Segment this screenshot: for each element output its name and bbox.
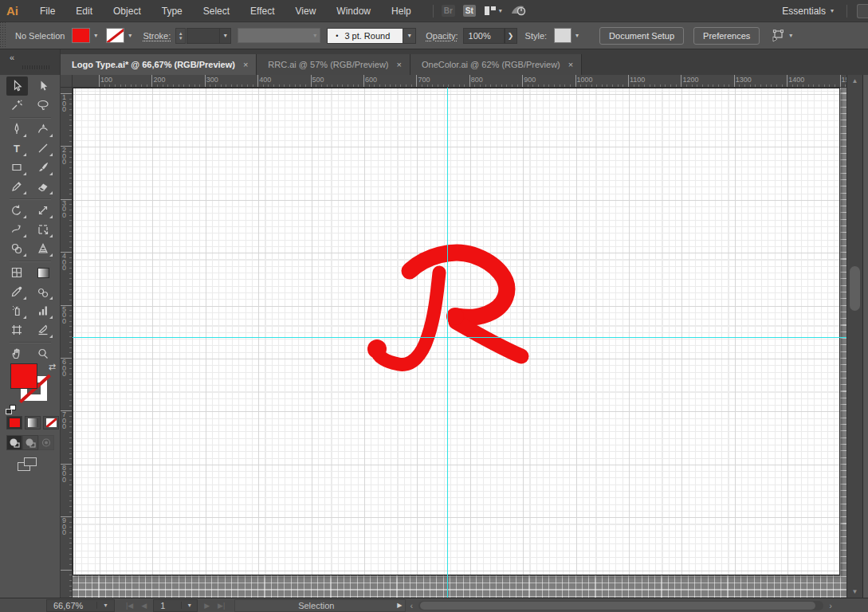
horizontal-scroll-thumb[interactable]	[420, 602, 815, 610]
style-dropdown[interactable]: ▾	[554, 28, 583, 43]
blend-tool[interactable]	[33, 282, 54, 301]
document-viewport[interactable]	[73, 88, 847, 598]
scroll-right-icon[interactable]: ›	[825, 601, 836, 610]
menu-object[interactable]: Object	[103, 6, 151, 17]
line-tool[interactable]	[33, 139, 54, 158]
selection-tool[interactable]	[6, 76, 28, 96]
menu-help[interactable]: Help	[381, 6, 422, 17]
right-dock-edge[interactable]	[862, 75, 868, 598]
panel-grip[interactable]	[0, 22, 6, 49]
workspace-switcher[interactable]: Essentials ▾	[782, 6, 839, 17]
zoom-level-dropdown[interactable]: 66,67% ▾	[46, 599, 115, 612]
hand-tool[interactable]	[6, 344, 28, 363]
scale-tool[interactable]	[33, 201, 54, 220]
collapse-panel-icon[interactable]: «	[10, 53, 13, 62]
perspective-grid-tool[interactable]	[33, 239, 54, 258]
next-artboard-button[interactable]: ▶	[201, 602, 213, 610]
pencil-tool[interactable]	[6, 177, 28, 196]
gradient-button[interactable]	[25, 416, 41, 430]
opacity-expand-arrow[interactable]: ❯	[505, 28, 517, 44]
pen-tool[interactable]	[6, 120, 28, 139]
vertical-guide[interactable]	[447, 88, 448, 598]
menu-edit[interactable]: Edit	[65, 6, 103, 17]
document-tab-2[interactable]: OneColor.ai @ 62% (RGB/Preview)×	[410, 54, 582, 75]
vertical-scroll-thumb[interactable]	[850, 266, 860, 311]
menu-view[interactable]: View	[285, 6, 327, 17]
brush-definition-field[interactable]: • 3 pt. Round	[327, 28, 403, 44]
stroke-weight-stepper[interactable]: ▲▼	[175, 28, 186, 44]
swap-fill-stroke-icon[interactable]: ⇄	[49, 362, 56, 372]
draw-behind-button[interactable]	[22, 435, 38, 450]
mesh-tool[interactable]	[6, 263, 28, 282]
fill-color-swatch[interactable]	[10, 363, 37, 389]
horizontal-scrollbar[interactable]: ‹ ›	[406, 598, 836, 612]
share-for-review-button[interactable]	[510, 3, 526, 19]
v-ruler-label: 5 0 0	[62, 307, 66, 325]
last-artboard-button[interactable]: ▶|	[214, 602, 228, 610]
default-fill-stroke-icon[interactable]	[6, 405, 16, 414]
opacity-label[interactable]: Opacity:	[426, 31, 458, 41]
free-transform-tool[interactable]	[33, 220, 54, 239]
scroll-up-icon[interactable]: ▲	[847, 77, 862, 84]
zoom-tool[interactable]	[33, 344, 54, 363]
preferences-button[interactable]: Preferences	[693, 27, 760, 45]
opacity-field[interactable]: 100%	[463, 28, 505, 44]
panel-drag-grip[interactable]	[22, 65, 49, 69]
tab-close-icon[interactable]: ×	[568, 60, 573, 69]
tab-close-icon[interactable]: ×	[243, 60, 248, 69]
stroke-color-dropdown[interactable]: ▾	[106, 28, 136, 43]
draw-normal-button[interactable]	[6, 435, 22, 450]
first-artboard-button[interactable]: |◀	[123, 602, 136, 610]
vertical-scrollbar[interactable]: ▲ ▼	[846, 75, 862, 598]
tab-close-icon[interactable]: ×	[397, 60, 402, 69]
type-tool[interactable]: T	[6, 139, 28, 158]
document-tab-0[interactable]: Logo Type.ai* @ 66,67% (RGB/Preview)×	[61, 54, 257, 75]
none-button[interactable]	[43, 416, 59, 430]
artboard-navigation-dropdown[interactable]: 1 ▾	[153, 599, 198, 612]
stock-button[interactable]: St	[463, 5, 476, 17]
column-graph-tool[interactable]	[33, 301, 54, 320]
ruler-origin-corner[interactable]	[61, 75, 73, 88]
previous-artboard-button[interactable]: ◀	[138, 602, 150, 610]
slice-tool[interactable]	[33, 320, 54, 339]
vertical-ruler[interactable]: 1 0 02 0 03 0 04 0 05 0 06 0 07 0 08 0 0…	[61, 88, 73, 598]
draw-inside-button[interactable]	[38, 435, 54, 450]
fill-color-dropdown[interactable]: ▾	[72, 28, 101, 43]
screen-mode-button[interactable]	[18, 457, 37, 471]
search-icon[interactable]	[857, 4, 868, 18]
align-options-button[interactable]: ▾	[771, 29, 792, 42]
gradient-tool[interactable]	[33, 263, 54, 282]
brush-dropdown-chevron[interactable]: ▾	[403, 28, 416, 44]
stroke-profile-dropdown[interactable]: ▾	[238, 28, 320, 43]
stroke-weight-field[interactable]: ▾	[187, 28, 231, 44]
direct-selection-tool[interactable]	[33, 76, 54, 96]
document-tab-1[interactable]: RRC.ai @ 57% (RGB/Preview)×	[257, 54, 410, 75]
color-button[interactable]	[6, 416, 22, 430]
curvature-tool[interactable]	[33, 120, 54, 139]
shape-builder-tool[interactable]	[6, 239, 28, 258]
artboard-tool[interactable]	[6, 320, 28, 339]
paintbrush-tool[interactable]	[33, 158, 54, 177]
menu-file[interactable]: File	[29, 6, 65, 17]
rotate-tool[interactable]	[6, 201, 28, 220]
magic-wand-tool[interactable]	[6, 96, 28, 115]
eyedropper-tool[interactable]	[6, 282, 28, 301]
scroll-down-icon[interactable]: ▼	[847, 588, 862, 595]
scroll-left-icon[interactable]: ‹	[406, 601, 417, 610]
menu-select[interactable]: Select	[193, 6, 240, 17]
width-tool[interactable]	[6, 220, 28, 239]
rectangle-tool[interactable]	[6, 158, 28, 177]
document-setup-button[interactable]: Document Setup	[599, 27, 684, 45]
menu-type[interactable]: Type	[151, 6, 193, 17]
eraser-tool[interactable]	[33, 177, 54, 196]
menu-effect[interactable]: Effect	[240, 6, 285, 17]
lasso-tool[interactable]	[33, 96, 54, 115]
horizontal-ruler[interactable]: 1002003004005006007008009001000110012001…	[73, 75, 847, 88]
arrange-documents-button[interactable]: ▾	[484, 6, 502, 16]
stroke-weight-label[interactable]: Stroke:	[143, 31, 171, 41]
menu-window[interactable]: Window	[326, 6, 381, 17]
horizontal-guide[interactable]	[73, 337, 847, 338]
status-display-menu[interactable]: Selection ▶	[234, 599, 406, 612]
symbol-sprayer-tool[interactable]	[6, 301, 28, 320]
bridge-button[interactable]: Br	[442, 5, 455, 17]
